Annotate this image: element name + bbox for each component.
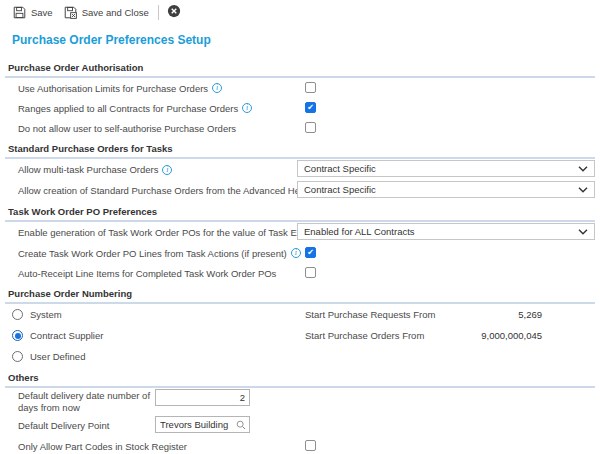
numbering-row-system: System Start Purchase Requests From 5,26…: [5, 304, 595, 325]
radio-system[interactable]: [12, 309, 23, 320]
field-label: Allow creation of Standard Purchase Orde…: [18, 185, 327, 196]
others-row-delivery-point: Default Delivery Point: [5, 414, 595, 436]
toolbar-separator: [158, 5, 159, 20]
numbering-row-contract-supplier: Contract Supplier Start Purchase Orders …: [5, 325, 595, 346]
section-header-tasks: Standard Purchase Orders for Tasks: [5, 140, 595, 159]
field-label: Start Purchase Requests From: [305, 309, 435, 320]
pref-row-po-generation: Enable generation of Task Work Order POs…: [5, 222, 595, 243]
chevron-down-icon: [578, 184, 588, 195]
select-value: Enabled for ALL Contracts: [304, 226, 415, 237]
start-purchase-orders-value: 9,000,000,045: [481, 330, 542, 341]
info-icon[interactable]: [212, 83, 222, 93]
radio-user-defined[interactable]: [12, 351, 23, 362]
start-purchase-orders-field: Start Purchase Orders From 9,000,000,045: [305, 330, 542, 341]
page-title: Purchase Order Preferences Setup: [12, 33, 600, 47]
start-purchase-requests-value: 5,269: [518, 309, 542, 320]
ranges-all-contracts-checkbox[interactable]: [305, 102, 316, 113]
pref-row-multi-task: Allow multi-task Purchase Orders Contrac…: [5, 159, 595, 180]
no-self-authorise-checkbox[interactable]: [305, 122, 316, 133]
advanced-helpdesk-select[interactable]: Contract Specific: [297, 181, 595, 198]
preferences-form: Purchase Order Authorisation Use Authori…: [0, 59, 600, 454]
save-and-close-button-label: Save and Close: [82, 7, 149, 18]
pref-row-authorisation-limits: Use Authorisation Limits for Purchase Or…: [5, 78, 595, 98]
section-header-others: Others: [5, 369, 595, 388]
delivery-days-input[interactable]: [155, 389, 250, 406]
field-label: Start Purchase Orders From: [305, 330, 424, 341]
pref-row-ranges-all-contracts: Ranges applied to all Contracts for Purc…: [5, 98, 595, 118]
field-label: Default delivery date number of days fro…: [18, 390, 152, 414]
save-button[interactable]: Save: [9, 4, 60, 21]
numbering-row-user-defined: User Defined: [5, 346, 595, 367]
pref-row-po-lines-task-actions: Create Task Work Order PO Lines from Tas…: [5, 243, 595, 263]
chevron-down-icon: [578, 226, 588, 237]
delivery-point-input[interactable]: [155, 416, 250, 433]
info-icon[interactable]: [291, 248, 301, 258]
pref-row-advanced-helpdesk: Allow creation of Standard Purchase Orde…: [5, 180, 595, 201]
radio-contract-supplier[interactable]: [12, 330, 23, 341]
others-row-part-codes: Only Allow Part Codes in Stock Register: [5, 436, 595, 454]
save-and-close-button[interactable]: Save and Close: [60, 4, 156, 21]
radio-label: User Defined: [30, 351, 85, 362]
start-purchase-requests-field: Start Purchase Requests From 5,269: [305, 309, 542, 320]
field-label: Enable generation of Task Work Order POs…: [18, 227, 332, 238]
field-label: Auto-Receipt Line Items for Completed Ta…: [18, 268, 276, 279]
field-label: Only Allow Part Codes in Stock Register: [18, 441, 187, 452]
info-icon[interactable]: [162, 165, 172, 175]
authorisation-limits-checkbox[interactable]: [305, 82, 316, 93]
po-lines-task-actions-checkbox[interactable]: [305, 247, 316, 258]
field-label: Default Delivery Point: [18, 420, 109, 431]
close-button[interactable]: [165, 2, 183, 22]
auto-receipt-items-checkbox[interactable]: [305, 267, 316, 278]
chevron-down-icon: [578, 163, 588, 174]
others-row-days: Default delivery date number of days fro…: [5, 388, 595, 414]
radio-label: Contract Supplier: [30, 330, 103, 341]
section-header-workorder: Task Work Order PO Preferences: [5, 203, 595, 222]
section-header-numbering: Purchase Order Numbering: [5, 285, 595, 304]
field-label: Allow multi-task Purchase Orders: [18, 164, 158, 175]
select-value: Contract Specific: [304, 184, 376, 195]
toolbar: Save Save and Close: [0, 0, 600, 24]
field-label: Use Authorisation Limits for Purchase Or…: [18, 83, 208, 94]
select-value: Contract Specific: [304, 163, 376, 174]
save-and-close-icon: [64, 6, 77, 19]
pref-row-auto-receipt-items: Auto-Receipt Line Items for Completed Ta…: [5, 263, 595, 283]
multi-task-select[interactable]: Contract Specific: [297, 160, 595, 177]
save-button-label: Save: [31, 7, 53, 18]
po-generation-select[interactable]: Enabled for ALL Contracts: [297, 223, 595, 240]
close-icon: [167, 4, 181, 20]
save-icon: [13, 6, 26, 19]
section-header-authorisation: Purchase Order Authorisation: [5, 59, 595, 78]
info-icon[interactable]: [242, 103, 252, 113]
part-codes-checkbox[interactable]: [305, 440, 316, 451]
field-label: Do not allow user to self-authorise Purc…: [18, 123, 236, 134]
pref-row-no-self-authorise: Do not allow user to self-authorise Purc…: [5, 118, 595, 138]
field-label: Ranges applied to all Contracts for Purc…: [18, 103, 238, 114]
field-label: Create Task Work Order PO Lines from Tas…: [18, 248, 287, 259]
radio-label: System: [30, 309, 62, 320]
